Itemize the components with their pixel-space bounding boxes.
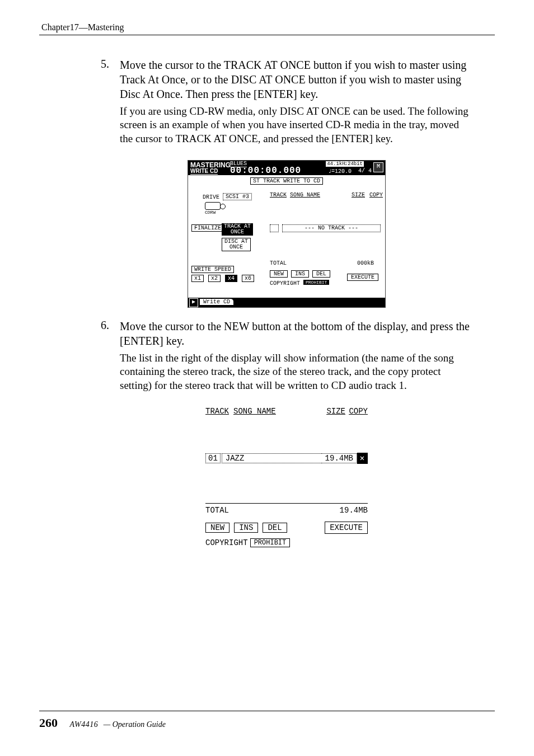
cdrw-label: CDRW	[205, 210, 216, 215]
ins-button[interactable]: INS	[234, 523, 258, 533]
column-header-size: SIZE	[326, 407, 345, 416]
guide-label: — Operation Guide	[104, 720, 166, 729]
copyright-label: COPYRIGHT	[270, 280, 300, 287]
drive-label: DRIVE	[203, 194, 219, 200]
page-number: 260	[39, 716, 58, 730]
action-buttons: NEW INS DEL EXECUTE	[205, 522, 368, 534]
speed-x1-button[interactable]: x1	[191, 275, 204, 282]
track-list[interactable]: --- NO TRACK ---	[270, 200, 381, 249]
header-underline	[39, 35, 495, 35]
del-button[interactable]: DEL	[312, 270, 330, 278]
screen1-samplerate: 44.1kHz	[326, 161, 349, 167]
new-button[interactable]: NEW	[205, 523, 229, 533]
screen1-body: ST TRACK WRITE TO CD DRIVE SCSI #3 CDRW …	[188, 175, 385, 298]
drive-value[interactable]: SCSI #3	[223, 193, 252, 200]
screen1-timesig: 4/ 4	[358, 168, 372, 174]
write-speed-label: WRITE SPEED	[191, 266, 234, 273]
track-list-index-slot[interactable]	[270, 224, 279, 232]
track-list-area[interactable]: 01 JAZZ 19.4MB ✕	[205, 416, 368, 500]
screen1-titlebar: MASTERING WRITE CD BLUES 00:00:00.000 44…	[188, 161, 385, 175]
column-header-songname: SONG NAME	[290, 192, 320, 198]
ins-button[interactable]: INS	[291, 270, 309, 278]
finalize-button[interactable]: FINALIZE	[191, 224, 224, 232]
column-header-size: SIZE	[352, 192, 365, 198]
execute-button[interactable]: EXECUTE	[347, 274, 378, 281]
speed-x2-button[interactable]: x2	[208, 275, 221, 282]
new-button[interactable]: NEW	[270, 270, 288, 278]
step-6: 6. Move the cursor to the NEW button at …	[101, 319, 472, 392]
cdrw-icon	[205, 202, 221, 210]
track-row-size: 19.4MB	[322, 453, 357, 463]
step-6-number: 6.	[101, 319, 118, 332]
screen1-writecd-label: WRITE CD	[190, 168, 218, 175]
total-label: TOTAL	[205, 506, 340, 515]
page-footer: 260 AW4416 — Operation Guide	[39, 711, 495, 730]
copyright-value[interactable]: PROHIBIT	[303, 280, 329, 285]
total-label: TOTAL	[270, 260, 287, 266]
copyright-value[interactable]: PROHIBIT	[250, 538, 291, 547]
track-row-copy-icon: ✕	[357, 453, 368, 464]
content: 5. Move the cursor to the TRACK AT ONCE …	[101, 58, 472, 547]
column-header-track: TRACK	[270, 192, 287, 198]
page: Chapter17—Mastering 5. Move the cursor t…	[0, 0, 534, 756]
step-5-lead: Move the cursor to the TRACK AT ONCE but…	[120, 59, 466, 100]
m-icon[interactable]: M	[373, 162, 383, 172]
speed-x6-button[interactable]: x6	[242, 275, 254, 282]
header-breadcrumb: Chapter17—Mastering	[41, 22, 495, 32]
total-value: 19.4MB	[340, 506, 368, 515]
step-6-para: The list in the right of the display wil…	[120, 351, 472, 392]
step-5: 5. Move the cursor to the TRACK AT ONCE …	[101, 58, 472, 145]
track-row-song: JAZZ	[222, 453, 322, 463]
column-header-copy: COPY	[369, 192, 383, 198]
track-at-once-button[interactable]: TRACK AT ONCE	[222, 223, 253, 236]
screen1-tab-strip: ▶ Write CD	[188, 298, 385, 307]
step-6-lead: Move the cursor to the NEW button at the…	[120, 320, 470, 347]
track-row-index: 01	[205, 453, 221, 463]
step-6-body: Move the cursor to the NEW button at the…	[120, 319, 472, 392]
product-model: AW4416	[70, 720, 99, 729]
screen1-section-title: ST TRACK WRITE TO CD	[250, 177, 323, 185]
disc-at-once-button[interactable]: DISC AT ONCE	[222, 238, 251, 251]
screen-write-cd: MASTERING WRITE CD BLUES 00:00:00.000 44…	[188, 160, 386, 308]
execute-button[interactable]: EXECUTE	[325, 522, 368, 534]
tab-nav-icon[interactable]: ▶	[189, 298, 198, 307]
screen1-tempo: ♩=120.0	[328, 168, 352, 175]
speed-x4-button[interactable]: x4	[225, 275, 237, 282]
column-header-track: TRACK	[205, 407, 229, 416]
track-list-empty-row[interactable]: --- NO TRACK ---	[282, 224, 381, 232]
screen1-bitdepth: 24bit	[346, 161, 364, 167]
track-list-header: TRACK SONG NAME SIZE COPY	[205, 407, 368, 416]
copyright-row: COPYRIGHT PROHIBIT	[205, 538, 368, 547]
step-5-para: If you are using CD-RW media, only DISC …	[120, 105, 472, 145]
write-speed-buttons: x1 x2 x4 x6	[191, 275, 255, 282]
step-5-number: 5.	[101, 58, 118, 71]
total-row: TOTAL 19.4MB	[205, 503, 368, 515]
tab-write-cd[interactable]: Write CD	[199, 298, 234, 306]
total-value: 000kB	[357, 260, 374, 266]
del-button[interactable]: DEL	[263, 523, 287, 533]
screen-track-list: TRACK SONG NAME SIZE COPY 01 JAZZ 19.4MB…	[205, 407, 368, 547]
step-5-body: Move the cursor to the TRACK AT ONCE but…	[120, 58, 472, 145]
column-header-songname: SONG NAME	[233, 407, 276, 416]
column-header-copy: COPY	[349, 407, 368, 416]
screen1-timecode: 00:00:00.000	[230, 166, 301, 176]
copyright-label: COPYRIGHT	[205, 538, 248, 547]
track-row-1[interactable]: 01 JAZZ 19.4MB ✕	[205, 453, 368, 464]
